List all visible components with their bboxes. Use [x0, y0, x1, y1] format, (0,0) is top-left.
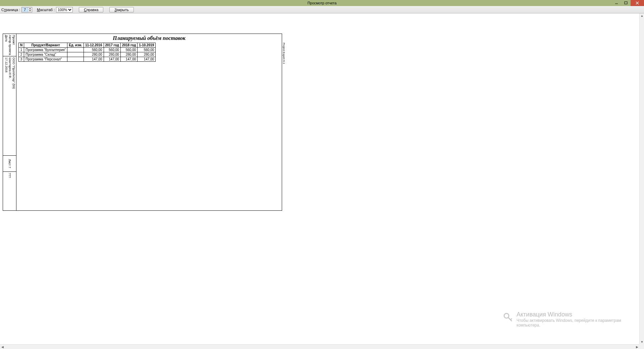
- sidebar-block-labels: Дата Автор проекта Проект: [3, 34, 16, 56]
- page-input[interactable]: [22, 7, 28, 12]
- title-bar: Просмотр отчета: [0, 0, 644, 6]
- cell-value: 560,00: [138, 48, 156, 52]
- cell-value: 280,00: [138, 52, 156, 57]
- svg-rect-1: [625, 2, 627, 4]
- cell-value: 560,00: [120, 48, 137, 52]
- vertical-scrollbar[interactable]: ▲ ▼: [639, 13, 644, 344]
- sidebar-block-values: 17.12.2016 Шантареа И.Ф. ООО "ПрогИнтер"…: [3, 56, 16, 156]
- report-main: Планируемый объём поставок N Продукт/Вар…: [16, 34, 282, 210]
- page-label: Страница :: [1, 8, 20, 12]
- close-button[interactable]: [631, 0, 644, 6]
- report-page: Дата Автор проекта Проект 17.12.2016 Шан…: [3, 34, 282, 211]
- cell-unit: [67, 48, 84, 52]
- svg-line-6: [511, 318, 512, 320]
- cell-value: 280,00: [104, 52, 120, 57]
- scroll-down-icon[interactable]: ▼: [640, 340, 644, 344]
- help-button[interactable]: Справка: [79, 7, 103, 12]
- cell-value: 147,00: [84, 57, 104, 62]
- page-spinner[interactable]: ▲ ▼: [21, 7, 32, 12]
- cell-n: 3: [19, 57, 24, 62]
- cell-product: Программа "Склад": [24, 52, 67, 57]
- toolbar: Страница : ▲ ▼ Масштаб : 100% Справка За…: [0, 6, 644, 13]
- horizontal-scrollbar[interactable]: ◀ ▶: [0, 344, 639, 349]
- cell-n: 1: [19, 48, 24, 52]
- scroll-right-icon[interactable]: ▶: [635, 345, 639, 349]
- cell-value: 280,00: [120, 52, 137, 57]
- report-sidebar: Дата Автор проекта Проект 17.12.2016 Шан…: [3, 34, 16, 210]
- table-row: 2Программа "Склад"280,00280,00280,00280,…: [19, 52, 156, 57]
- table-row: 1Программа "Бухгалтерия"560,00560,00560,…: [19, 48, 156, 52]
- zoom-label: Масштаб :: [37, 8, 55, 12]
- zoom-select[interactable]: 100%: [56, 7, 73, 12]
- page-spin-up[interactable]: ▲: [28, 7, 32, 10]
- window-controls: [612, 0, 644, 6]
- cell-value: 280,00: [84, 52, 104, 57]
- report-table: N Продукт/Вариант Ед. изм. 11-12.2016 20…: [18, 43, 156, 62]
- cell-unit: [67, 57, 84, 62]
- maximize-button[interactable]: [621, 0, 631, 6]
- cell-value: 147,00: [104, 57, 120, 62]
- cell-value: 560,00: [104, 48, 120, 52]
- page-spin-buttons[interactable]: ▲ ▼: [28, 7, 32, 12]
- cell-n: 2: [19, 52, 24, 57]
- report-title: Планируемый объём поставок: [18, 35, 280, 41]
- sidebar-sheet: Лист 7: [3, 156, 16, 172]
- cell-value: 560,00: [84, 48, 104, 52]
- svg-point-4: [504, 313, 509, 318]
- scroll-corner: [639, 344, 644, 349]
- key-icon: [503, 312, 513, 324]
- watermark-text: Активация Windows Чтобы активировать Win…: [517, 311, 624, 328]
- page-spin-down[interactable]: ▼: [28, 10, 32, 12]
- cell-product: Программа "Персонал": [24, 57, 67, 62]
- table-header-row: N Продукт/Вариант Ед. изм. 11-12.2016 20…: [19, 43, 156, 48]
- minimize-button[interactable]: [612, 0, 621, 6]
- cell-value: 147,00: [138, 57, 156, 62]
- scroll-up-icon[interactable]: ▲: [640, 13, 644, 18]
- sidebar-qqq: ???: [3, 172, 16, 210]
- close-report-button[interactable]: Закрыть: [109, 7, 133, 12]
- content-area: Дата Автор проекта Проект 17.12.2016 Шан…: [0, 13, 644, 344]
- cell-unit: [67, 52, 84, 57]
- report-right-label: Project Expert 6.1: [282, 43, 285, 64]
- windows-activation-watermark: Активация Windows Чтобы активировать Win…: [503, 311, 624, 328]
- table-row: 3Программа "Персонал"147,00147,00147,001…: [19, 57, 156, 62]
- window-title: Просмотр отчета: [308, 1, 337, 5]
- cell-product: Программа "Бухгалтерия": [24, 48, 67, 52]
- cell-value: 147,00: [120, 57, 137, 62]
- scroll-left-icon[interactable]: ◀: [0, 345, 5, 349]
